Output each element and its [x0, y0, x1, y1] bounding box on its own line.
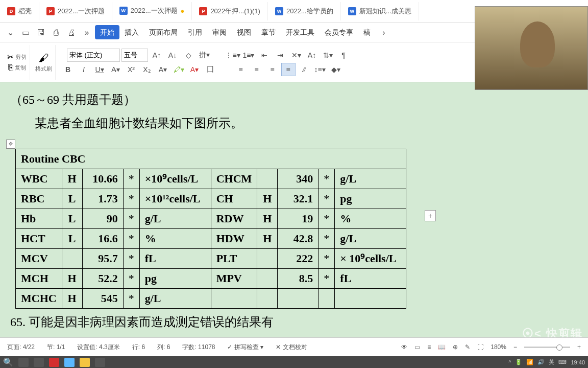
app-tab-2[interactable]: W2022...一次押题●: [112, 2, 192, 20]
shrink-font-icon[interactable]: A↓: [165, 49, 180, 62]
erase-icon[interactable]: ✕▾: [289, 49, 303, 62]
grow-font-icon[interactable]: A↑: [150, 49, 164, 62]
star-cell: *: [318, 189, 335, 209]
app-tab-0[interactable]: D稻壳: [0, 2, 39, 20]
underline-button[interactable]: U▾: [92, 63, 107, 76]
align-justify-icon[interactable]: ≡: [281, 63, 296, 76]
zoom-slider[interactable]: [524, 347, 570, 348]
scissors-icon[interactable]: ✂: [7, 52, 14, 62]
subscript-button[interactable]: X₂: [140, 63, 154, 76]
menu-插入[interactable]: 插入: [119, 25, 144, 39]
shading-icon[interactable]: ◆▾: [329, 63, 343, 76]
edit-icon[interactable]: ✎: [465, 343, 470, 351]
menu-章节[interactable]: 章节: [256, 25, 281, 39]
menu-引用[interactable]: 引用: [183, 25, 207, 39]
font-name-select[interactable]: [67, 49, 120, 62]
table-row[interactable]: MCV 95.7 * fL PLT 222 * × 10⁹cells/L: [16, 248, 406, 268]
word-count[interactable]: 字数: 11078: [182, 343, 215, 352]
table-row[interactable]: RBC L 1.73 * ×10¹²cells/L CH H 32.1 * pg: [16, 189, 406, 209]
cbc-table[interactable]: Routine CBC WBC H 10.66 * ×10⁹cells/L CH…: [15, 149, 406, 309]
tray-keyboard-icon[interactable]: ⌨: [558, 359, 567, 365]
taskbar-app-5[interactable]: [80, 358, 90, 367]
strike-button[interactable]: A̶▾: [108, 63, 122, 76]
proof-check[interactable]: ✕ 文档校对: [276, 343, 307, 352]
table-move-handle[interactable]: ✥: [6, 140, 15, 149]
value-cell: 8.5: [278, 268, 318, 288]
save-icon[interactable]: 🖫: [34, 26, 48, 40]
bold-button[interactable]: B: [61, 63, 75, 76]
copy-icon[interactable]: ⎘: [8, 63, 13, 72]
document-canvas[interactable]: （65～69 共用题干题） 某患者全血细胞计数结果如下图所示。 ✥ Routin…: [0, 82, 588, 337]
app-tab-3[interactable]: P2022年押...(1)(1): [192, 2, 268, 20]
menu-scroll-icon[interactable]: ›: [377, 26, 391, 40]
table-row[interactable]: WBC H 10.66 * ×10⁹cells/L CHCM 340 * g/L: [16, 169, 406, 189]
superscript-button[interactable]: X²: [124, 63, 138, 76]
table-row[interactable]: MCH H 52.2 * pg MPV 8.5 * fL: [16, 268, 406, 288]
zoom-value[interactable]: 180%: [491, 343, 506, 351]
phonetic-icon[interactable]: 拼▾: [197, 49, 211, 62]
taskbar-app-4[interactable]: [64, 358, 75, 367]
page-indicator[interactable]: 页面: 4/22: [7, 343, 35, 352]
print-icon[interactable]: 🖨: [64, 26, 79, 40]
clear-format-icon[interactable]: ◇: [181, 49, 195, 62]
align-center-icon[interactable]: ≡: [250, 63, 264, 76]
taskbar-app-1[interactable]: [18, 358, 29, 367]
align-right-icon[interactable]: ≡: [265, 63, 280, 76]
font-size-select[interactable]: [121, 49, 148, 62]
layout-read-icon[interactable]: 📖: [438, 343, 446, 351]
highlight-button[interactable]: 🖍▾: [172, 63, 186, 76]
menu-会员专享[interactable]: 会员专享: [320, 25, 358, 39]
tray-time[interactable]: 19:40: [571, 359, 585, 365]
tray-ime[interactable]: 英: [549, 358, 554, 366]
font-color-button[interactable]: A▾: [156, 63, 170, 76]
table-add-col-handle[interactable]: +: [425, 210, 436, 221]
para-mark-icon[interactable]: ¶: [336, 49, 351, 62]
taskbar-app-6[interactable]: [95, 358, 105, 367]
flag-cell: [257, 268, 278, 288]
taskbar-app-2[interactable]: [34, 358, 44, 367]
align-left-icon[interactable]: ≡: [234, 63, 248, 76]
tray-wifi-icon[interactable]: 📶: [526, 359, 533, 365]
sort-icon[interactable]: ⇅▾: [321, 49, 335, 62]
char-border-button[interactable]: 囗: [203, 63, 217, 76]
layout-outline-icon[interactable]: ≡: [427, 343, 431, 351]
export-icon[interactable]: ⎙: [49, 26, 63, 40]
back-icon[interactable]: ⌄: [3, 26, 17, 40]
font-color2-button[interactable]: A▾: [187, 63, 202, 76]
tray-volume-icon[interactable]: 🔊: [537, 359, 545, 365]
table-row[interactable]: Hb L 90 * g/L RDW H 19 * %: [16, 209, 406, 228]
eye-icon[interactable]: 👁: [401, 343, 407, 351]
table-row[interactable]: HCT L 16.6 * % HDW H 42.8 * g/L: [16, 228, 406, 248]
menu-开始[interactable]: 开始: [95, 25, 119, 39]
table-row[interactable]: MCHC H 545 * g/L: [16, 288, 406, 308]
menu-开发工具[interactable]: 开发工具: [281, 25, 320, 39]
text-direction-icon[interactable]: A↕: [305, 49, 319, 62]
layout-page-icon[interactable]: ▭: [414, 343, 420, 351]
menu-视图[interactable]: 视图: [232, 25, 256, 39]
brush-icon[interactable]: 🖌: [39, 52, 49, 64]
app-tab-4[interactable]: W2022...给学员的: [268, 2, 341, 20]
zoom-out-icon[interactable]: −: [513, 343, 517, 351]
tray-battery-icon[interactable]: 🔋: [515, 359, 522, 365]
bullet-list-icon[interactable]: ⋮≡▾: [226, 49, 240, 62]
app-tab-5[interactable]: W新冠知识...成美恩: [341, 2, 419, 20]
outdent-icon[interactable]: ⇤: [257, 49, 272, 62]
zoom-in-icon[interactable]: +: [577, 343, 581, 351]
spell-check[interactable]: ✓ 拼写检查 ▾: [227, 343, 263, 352]
new-icon[interactable]: ▭: [18, 26, 33, 40]
taskbar-app-3[interactable]: [49, 358, 59, 367]
menu-审阅[interactable]: 审阅: [207, 25, 232, 39]
line-spacing-icon[interactable]: ↕≡▾: [313, 63, 327, 76]
layout-web-icon[interactable]: ⊕: [453, 343, 458, 351]
app-tab-1[interactable]: P2022...一次押题: [39, 2, 112, 20]
start-icon[interactable]: 🔍: [3, 357, 13, 367]
number-list-icon[interactable]: 1≡▾: [241, 49, 256, 62]
indent-icon[interactable]: ⇥: [273, 49, 287, 62]
menu-页面布局[interactable]: 页面布局: [144, 25, 183, 39]
menu-稿[interactable]: 稿: [358, 25, 376, 39]
fit-icon[interactable]: ⛶: [477, 343, 483, 351]
distribute-icon[interactable]: ⫽: [297, 63, 311, 76]
more-qat-icon[interactable]: »: [80, 26, 94, 40]
tray-up-icon[interactable]: ^: [508, 359, 511, 365]
italic-button[interactable]: I: [77, 63, 91, 76]
